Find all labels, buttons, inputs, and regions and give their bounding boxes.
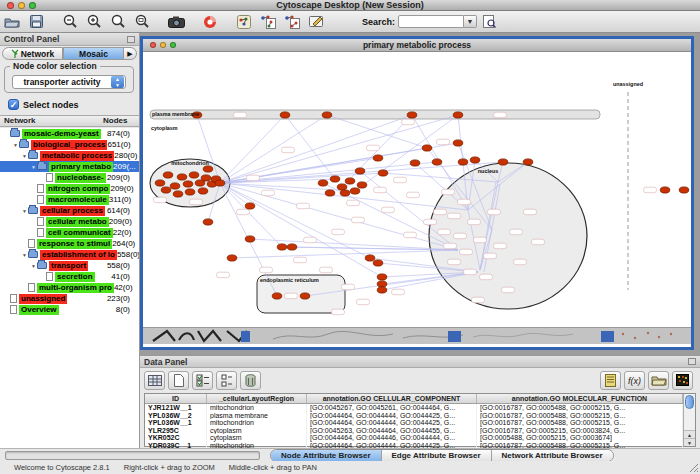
select-nodes-checkbox[interactable]: ✓ [8, 99, 19, 110]
formula-icon[interactable]: f(x) [624, 371, 645, 390]
search-dropdown-icon[interactable]: ▼ [464, 15, 477, 28]
tab-overflow-icon[interactable]: ▶ [124, 47, 137, 60]
tree-item[interactable]: nucleobase-209(0) [0, 172, 139, 183]
expand-arrow-icon[interactable]: ▼ [21, 153, 28, 159]
control-panel: Control Panel Network Mosaic ▶ Node colo… [0, 33, 140, 448]
matrix-icon[interactable] [672, 371, 693, 390]
open-icon[interactable] [1, 12, 23, 31]
background-window-strip[interactable] [143, 327, 691, 344]
tree-item-label: mosaic-demo-yeast [22, 129, 101, 139]
tree-item[interactable]: macromolecule311(0) [0, 194, 139, 205]
scroll-up-icon[interactable]: ▲ [684, 430, 695, 438]
notes-icon[interactable] [600, 371, 621, 390]
table-cell: [GO:0045263, GO:0044464, GO:0044455, G..… [307, 427, 477, 435]
network-view-icon[interactable] [233, 12, 255, 31]
svg-text:endoplasmic reticulum: endoplasmic reticulum [260, 277, 319, 283]
tree-item[interactable]: Overview8(0) [0, 304, 139, 315]
tree-item-label: response to stimul [37, 239, 112, 249]
table-cell: cytoplasm [207, 427, 307, 435]
save-icon[interactable] [25, 12, 47, 31]
table-scrollbar[interactable]: ▲ ▼ [683, 394, 695, 446]
delete-attribute-icon[interactable] [240, 371, 261, 390]
table-cell: [GO:0045267, GO:0045261, GO:0044464, G..… [307, 404, 477, 412]
network-duplicate-icon[interactable] [281, 12, 303, 31]
bottom-bar: Node Attribute BrowserEdge Attribute Bro… [0, 448, 700, 461]
document-icon [37, 228, 44, 237]
search-input[interactable] [398, 15, 464, 28]
document-icon [28, 283, 35, 292]
tree-item-count: 614(0) [107, 206, 139, 215]
scroll-down-icon[interactable]: ▼ [684, 438, 695, 446]
table-row[interactable]: YPL036W__1mitochondrion[GO:0044464, GO:0… [145, 419, 683, 427]
tab-mosaic[interactable]: Mosaic [63, 47, 124, 60]
node-color-dropdown[interactable]: transporter activity ▲▼ [12, 75, 126, 89]
tree-item-label: unassigned [19, 294, 67, 304]
tree-item[interactable]: ▼metabolic process280(0) [0, 150, 139, 161]
search-options-icon[interactable] [478, 12, 500, 31]
svg-text:cytoplasm: cytoplasm [151, 125, 178, 131]
select-attributes-icon[interactable] [192, 371, 213, 390]
tree-item[interactable]: mosaic-demo-yeast874(0) [0, 128, 139, 139]
tree-item[interactable]: nitrogen compo209(0) [0, 183, 139, 194]
data-panel: Data Panel [140, 355, 700, 448]
tree-item[interactable]: secretion41(0) [0, 271, 139, 282]
tree-item[interactable]: ▼primary metabo209(... [0, 161, 139, 172]
svg-text:nucleus: nucleus [478, 168, 498, 174]
tab-network-attribute-browser[interactable]: Network Attribute Browser [492, 450, 613, 461]
table-cell: [GO:0016787, GO:0005488, GO:0005215, G..… [477, 412, 683, 420]
tree-item[interactable]: unassigned223(0) [0, 293, 139, 304]
snapshot-icon[interactable] [165, 12, 187, 31]
document-icon [10, 305, 17, 314]
tree-item[interactable]: ▼cellular process614(0) [0, 205, 139, 216]
float-panel-icon[interactable] [127, 36, 135, 43]
table-row[interactable]: YJR121W__1mitochondrion[GO:0045267, GO:0… [145, 404, 683, 412]
data-panel-float-icon[interactable] [688, 358, 696, 365]
tab-edge-attribute-browser[interactable]: Edge Attribute Browser [382, 450, 492, 461]
expand-arrow-icon[interactable]: ▼ [21, 252, 28, 258]
network-canvas-svg[interactable]: plasma membranecytoplasmmitochondrionnuc… [143, 52, 691, 347]
expand-arrow-icon[interactable]: ▼ [30, 263, 37, 269]
import-attributes-icon[interactable] [648, 371, 669, 390]
unselect-attributes-icon[interactable] [216, 371, 237, 390]
zoom-selected-icon[interactable] [107, 12, 129, 31]
table-cell: [GO:0044464, GO:0044444, GO:0044425, G..… [307, 419, 477, 427]
expand-arrow-icon[interactable]: ▼ [12, 142, 19, 148]
attribute-table-icon[interactable] [144, 371, 165, 390]
table-cell: [GO:0016787, GO:0005488, GO:0005215, G..… [477, 419, 683, 427]
zoom-fit-icon[interactable] [131, 12, 153, 31]
tree-item[interactable]: ▼transport558(0) [0, 260, 139, 271]
table-cell: YPL036W__2 [145, 412, 207, 420]
resize-grip[interactable] [689, 463, 699, 473]
scrollbar-thumb[interactable] [685, 395, 694, 409]
status-pan-hint: Middle-click + drag to PAN [229, 463, 317, 472]
zoom-in-icon[interactable] [83, 12, 105, 31]
tree-item[interactable]: response to stimul264(0) [0, 238, 139, 249]
table-row[interactable]: YLR295Ccytoplasm[GO:0045263, GO:0044464,… [145, 427, 683, 435]
annotation-icon[interactable] [305, 12, 327, 31]
tab-network[interactable]: Network [2, 47, 63, 60]
table-cell: mitochondrion [207, 404, 307, 412]
table-row[interactable]: YPL036W__2plasma membrane[GO:0044464, GO… [145, 412, 683, 420]
folder-icon [37, 262, 47, 269]
expand-arrow-icon[interactable]: ▼ [30, 164, 37, 170]
tree-item[interactable]: ▼biological_process651(0) [0, 139, 139, 150]
tree-item[interactable]: cell communicat22(0) [0, 227, 139, 238]
folder-icon [28, 251, 38, 258]
tree-item-count: 8(0) [116, 305, 139, 314]
tree-item-label: cellular metabo [46, 217, 109, 227]
tab-node-attribute-browser[interactable]: Node Attribute Browser [271, 450, 382, 461]
tree-item-count: 264(0) [112, 239, 139, 248]
table-row[interactable]: YKR052Ccytoplasm[GO:0044464, GO:0044446,… [145, 434, 683, 442]
new-attribute-icon[interactable] [168, 371, 189, 390]
svg-text:f(x): f(x) [628, 376, 641, 386]
expand-arrow-icon[interactable]: ▼ [21, 208, 28, 214]
help-icon[interactable] [199, 12, 221, 31]
select-nodes-label: Select nodes [23, 100, 79, 110]
tree-item[interactable]: multi-organism pro42(0) [0, 282, 139, 293]
network-window[interactable]: primary metabolic process plasma membran… [140, 36, 694, 350]
tree-item[interactable]: ▼establishment of lo558(0) [0, 249, 139, 260]
network-copy-icon[interactable] [257, 12, 279, 31]
attribute-table-header: ID _cellularLayoutRegion annotation.GO C… [145, 394, 683, 404]
zoom-out-icon[interactable] [59, 12, 81, 31]
tree-item[interactable]: cellular metabo209(0) [0, 216, 139, 227]
